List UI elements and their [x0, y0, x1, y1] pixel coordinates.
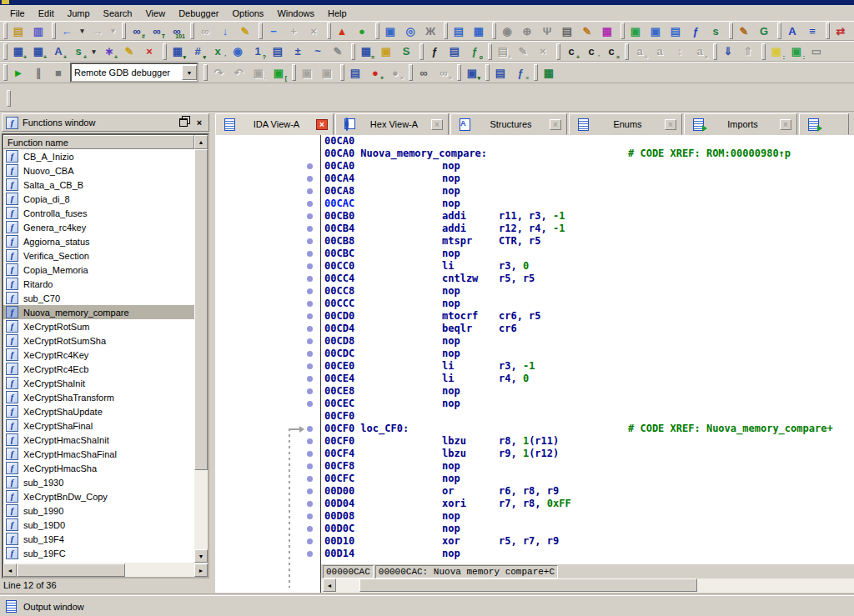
- menu-windows[interactable]: Windows: [270, 7, 321, 20]
- toolbar-grip[interactable]: [485, 64, 490, 81]
- function-list-item-Copia_di_8[interactable]: fCopia_di_8: [3, 192, 194, 206]
- hex-view-btn-icon[interactable]: ◎: [401, 23, 419, 39]
- make-data-icon[interactable]: ▦+: [29, 43, 48, 60]
- disasm-line-00CD4-15[interactable]: 00CD4beqlrcr6: [321, 323, 854, 335]
- search-address-icon[interactable]: ∞#: [128, 23, 146, 39]
- disasm-line-00D08-30[interactable]: 00D08nop: [321, 510, 854, 523]
- disasm-line-00CA0-2[interactable]: 00CA0nop: [321, 160, 854, 173]
- delete-breakpoint-icon[interactable]: ●×: [386, 64, 404, 81]
- toolbar-grip[interactable]: [777, 23, 781, 39]
- edit-function2-icon[interactable]: ✎: [514, 43, 532, 60]
- problems-icon[interactable]: ▲: [333, 23, 351, 39]
- disasm-line-00CE8-20[interactable]: 00CE8nop: [321, 385, 854, 398]
- open-threads-icon[interactable]: ▣: [298, 64, 316, 81]
- toolbar-grip[interactable]: [3, 23, 8, 39]
- disasm-line-00D14-33[interactable]: 00D14nop: [321, 548, 854, 560]
- number-format-icon[interactable]: #▾: [188, 43, 207, 60]
- toolbar-grip[interactable]: [761, 43, 766, 60]
- toolbar-grip[interactable]: [419, 43, 424, 60]
- float-panel-button[interactable]: [177, 117, 190, 128]
- start-process-icon[interactable]: ►: [9, 64, 28, 81]
- swap-array-icon[interactable]: ↕: [671, 43, 689, 60]
- bitwise-negate-icon[interactable]: ~: [309, 43, 327, 60]
- trace-functions-icon[interactable]: ƒ≡: [511, 64, 530, 81]
- tab-hex-view-a[interactable]: Hex View-A×: [335, 113, 449, 135]
- color-settings-icon[interactable]: ✎: [578, 23, 596, 39]
- data-type-menu-icon[interactable]: ▦▾: [168, 43, 187, 60]
- function-list-item-XeCryptShaInit[interactable]: fXeCryptShaInit: [3, 376, 194, 390]
- tab-imports[interactable]: Imports×: [684, 113, 797, 135]
- tab-close-icon[interactable]: ×: [550, 119, 561, 130]
- toolbar-grip[interactable]: [52, 23, 56, 39]
- open-file-icon[interactable]: ▤: [9, 23, 28, 39]
- toolbar-grip[interactable]: [375, 23, 379, 39]
- debugger-selector-combo[interactable]: Remote GDB debugger▼: [70, 63, 198, 83]
- function-list-item-sub_C70[interactable]: fsub_C70: [3, 291, 194, 305]
- watch-list-icon[interactable]: ∞: [414, 64, 433, 81]
- disasm-line-00CC4-11[interactable]: 00CC4cntlzwr5, r5: [321, 273, 854, 285]
- function-list-item-XeCryptRc4Key[interactable]: fXeCryptRc4Key: [3, 348, 194, 362]
- navigate-forward-icon[interactable]: →: [88, 23, 107, 39]
- toolbar-grip[interactable]: [340, 64, 344, 81]
- call-tree-icon[interactable]: Ψ: [538, 23, 556, 39]
- toolbar-grip[interactable]: [292, 64, 296, 81]
- function-edit-icon[interactable]: ƒ: [425, 43, 444, 60]
- function-list-item-XeCryptRotSumSha[interactable]: fXeCryptRotSumSha: [3, 333, 194, 348]
- tab-close-icon[interactable]: ×: [431, 119, 443, 130]
- names-window-icon[interactable]: A: [783, 23, 801, 39]
- xrefs-icon[interactable]: ⇄: [831, 23, 850, 39]
- toolbar-grip[interactable]: [351, 43, 355, 60]
- tab-ida-view-a[interactable]: IDA View-A×: [215, 113, 334, 135]
- listing-scrollbar-thumb[interactable]: [359, 578, 697, 592]
- breakpoint-list-icon[interactable]: ▤: [346, 64, 364, 81]
- undefine-icon[interactable]: ×: [140, 43, 158, 60]
- function-list-item-XeCryptShaFinal[interactable]: fXeCryptShaFinal: [3, 418, 194, 433]
- toolbar-grip[interactable]: [190, 23, 194, 39]
- function-list-item-sub_19F4[interactable]: fsub_19F4: [3, 532, 194, 546]
- repeatable-comment-icon[interactable]: ▣:: [787, 43, 806, 60]
- tab-structures[interactable]: AStructures×: [450, 113, 567, 135]
- scroll-left-button[interactable]: ◄: [3, 563, 17, 577]
- disasm-line-00CFC-27[interactable]: 00CFCnop: [321, 473, 854, 485]
- collapse-icon[interactable]: ⇓: [719, 43, 737, 60]
- copy-view-icon[interactable]: ▣: [381, 23, 399, 39]
- function-list-item-CB_A_Inizio[interactable]: fCB_A_Inizio: [3, 149, 194, 163]
- script-command-icon[interactable]: S: [397, 43, 415, 60]
- close-panel-button[interactable]: ×: [193, 117, 206, 128]
- toolbar-grip[interactable]: [488, 43, 492, 60]
- stack-trace-icon[interactable]: ▤: [491, 64, 510, 81]
- make-array-icon[interactable]: ∗+: [100, 43, 118, 60]
- resume-icon[interactable]: ●: [353, 23, 371, 39]
- graph-view-icon[interactable]: G: [755, 23, 773, 39]
- function-list-item-Controlla_fuses[interactable]: fControlla_fuses: [3, 206, 194, 220]
- delete-array-icon[interactable]: a×: [691, 43, 709, 60]
- strings-window-icon[interactable]: s: [706, 23, 725, 39]
- debugger-selector-dropdown-icon[interactable]: ▼: [182, 65, 197, 80]
- function-list-item-XeCryptHmacShaInit[interactable]: fXeCryptHmacShaInit: [3, 433, 194, 447]
- disasm-line-00CF0-23[interactable]: 00CF0 loc_CF0:# CODE XREF: Nuova_memory_…: [321, 423, 854, 435]
- menu-file[interactable]: File: [3, 7, 32, 20]
- function-list-item-Ritardo[interactable]: fRitardo: [3, 277, 194, 291]
- toolbar-grip[interactable]: [457, 64, 461, 81]
- toolbar-grip[interactable]: [556, 43, 560, 60]
- flow-chart-icon[interactable]: ▦: [470, 23, 488, 39]
- window-list-icon[interactable]: ▤: [666, 23, 685, 39]
- disasm-line-00CE0-18[interactable]: 00CE0lir3, -1: [321, 360, 854, 373]
- toolbar-grip[interactable]: [203, 64, 208, 81]
- toolbar-grip[interactable]: [3, 64, 8, 81]
- anterior-comment-icon[interactable]: ▭: [807, 43, 826, 60]
- fit-window-icon[interactable]: ⊕: [518, 23, 536, 39]
- function-list-item-XeCryptShaUpdate[interactable]: fXeCryptShaUpdate: [3, 404, 194, 418]
- step-over-icon[interactable]: ↶: [229, 64, 248, 81]
- function-list-item-Nuovo_CBA[interactable]: fNuovo_CBA: [3, 163, 194, 178]
- enum-format-icon[interactable]: ◉: [229, 43, 247, 60]
- run-to-cursor-icon[interactable]: ▣[: [269, 64, 288, 81]
- make-code-icon[interactable]: ▦+: [9, 43, 28, 60]
- delete-function-icon[interactable]: ×: [534, 43, 552, 60]
- column-header-function-name[interactable]: Function name: [3, 135, 194, 149]
- function-list-item-XeCryptBnDw_Copy[interactable]: fXeCryptBnDw_Copy: [3, 489, 194, 503]
- copy-array-icon[interactable]: a: [651, 43, 669, 60]
- toolbar-grip[interactable]: [620, 23, 625, 39]
- menu-options[interactable]: Options: [225, 7, 270, 20]
- navband-grip[interactable]: [7, 90, 11, 107]
